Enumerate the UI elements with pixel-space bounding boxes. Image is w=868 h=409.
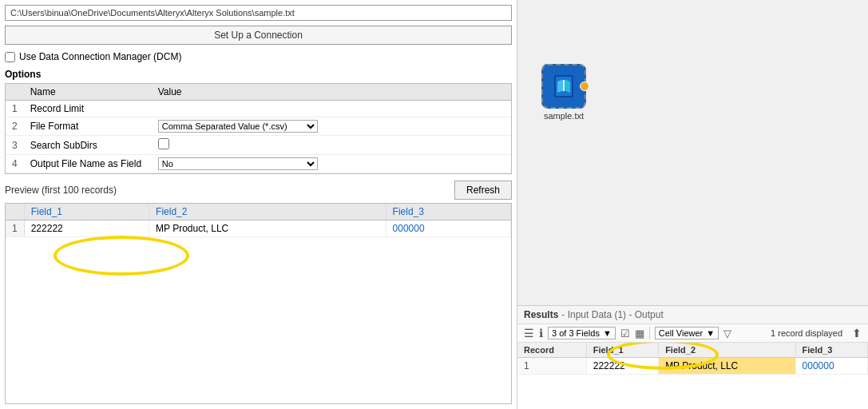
highlight-oval-preview: [54, 236, 189, 276]
options-row-4-value: No: [152, 155, 511, 173]
results-col-field2: Field_2: [659, 343, 795, 358]
tool-icon[interactable]: [541, 64, 586, 109]
results-panel: Results - Input Data (1) - Output ☰ ℹ 3 …: [517, 305, 868, 409]
cell-viewer-label: Cell Viewer: [659, 328, 703, 338]
preview-row-1-num: 1: [6, 220, 24, 237]
options-col-value: Value: [152, 84, 511, 101]
cell-viewer-dropdown[interactable]: Cell Viewer ▼: [655, 327, 719, 340]
preview-col-num: [6, 204, 24, 220]
preview-col-field3: Field_3: [386, 204, 510, 220]
fields-dropdown[interactable]: 3 of 3 Fields ▼: [548, 327, 616, 340]
preview-row-1-f2: MP Product, LLC: [149, 220, 386, 237]
preview-col-field2: Field_2: [149, 204, 386, 220]
options-row-4: 4 Output File Name as Field No: [6, 155, 511, 173]
results-header: Results - Input Data (1) - Output: [517, 306, 868, 324]
results-col-record: Record: [517, 343, 586, 358]
results-title: Results: [524, 309, 558, 320]
options-row-2-value: Comma Separated Value (*.csv): [152, 117, 511, 136]
results-subtitle: - Input Data (1) - Output: [561, 309, 663, 320]
options-table: Name Value 1 Record Limit 2 File Format …: [5, 83, 512, 174]
options-row-3-name: Search SubDirs: [24, 136, 152, 155]
preview-table-wrap: Field_1 Field_2 Field_3 1 222222 MP Prod…: [5, 203, 512, 404]
hamburger-icon[interactable]: ☰: [524, 327, 534, 340]
file-path-bar: C:\Users\binua\OneDrive\Documents\Altery…: [5, 5, 512, 21]
options-row-3-num: 3: [6, 136, 24, 155]
setup-connection-button[interactable]: Set Up a Connection: [5, 26, 512, 45]
results-row-1-f1: 222222: [586, 358, 658, 375]
canvas-area: sample.txt: [517, 0, 868, 305]
refresh-button[interactable]: Refresh: [454, 181, 512, 200]
dcm-row: Use Data Connection Manager (DCM): [5, 51, 512, 62]
checkmark-icon[interactable]: ☑: [620, 328, 630, 340]
left-panel: C:\Users\binua\OneDrive\Documents\Altery…: [0, 0, 517, 409]
preview-table: Field_1 Field_2 Field_3 1 222222 MP Prod…: [6, 204, 511, 237]
tool-node: sample.txt: [541, 64, 586, 121]
results-table-wrap: Record Field_1 Field_2 Field_3 1 222222 …: [517, 343, 868, 409]
tool-svg-icon: [549, 72, 578, 101]
output-file-name-select[interactable]: No: [158, 157, 318, 170]
dcm-checkbox[interactable]: [5, 52, 15, 62]
results-row-1-record: 1: [517, 358, 586, 375]
scroll-top-icon[interactable]: ⬆: [852, 327, 862, 340]
preview-label: Preview (first 100 records): [5, 185, 117, 196]
fields-dropdown-arrow: ▼: [603, 328, 612, 338]
right-panel: sample.txt Results - Input Data (1) - Ou…: [517, 0, 868, 409]
results-toolbar: ☰ ℹ 3 of 3 Fields ▼ ☑ ▦ Cell Viewer ▼ ▽ …: [517, 324, 868, 343]
results-row-1-f2: MP Product, LLC: [659, 358, 795, 375]
options-col-name: Name: [24, 84, 152, 101]
options-row-2-name: File Format: [24, 117, 152, 136]
options-row-4-name: Output File Name as Field: [24, 155, 152, 173]
preview-row-1: 1 222222 MP Product, LLC 000000: [6, 220, 511, 237]
dcm-label: Use Data Connection Manager (DCM): [19, 51, 181, 62]
options-row-1: 1 Record Limit: [6, 101, 511, 117]
file-format-select[interactable]: Comma Separated Value (*.csv): [158, 120, 318, 133]
grid-icon[interactable]: ▦: [635, 328, 644, 340]
cell-viewer-arrow: ▼: [706, 328, 715, 338]
options-row-1-name: Record Limit: [24, 101, 152, 117]
toolbar-separator: [649, 327, 650, 340]
results-col-field1: Field_1: [586, 343, 658, 358]
preview-col-field1: Field_1: [24, 204, 149, 220]
tool-output-dot: [580, 81, 589, 91]
fields-label: 3 of 3 Fields: [552, 328, 600, 338]
options-col-empty: [6, 84, 24, 101]
results-table: Record Field_1 Field_2 Field_3 1 222222 …: [517, 343, 868, 375]
options-row-2: 2 File Format Comma Separated Value (*.c…: [6, 117, 511, 136]
options-row-3-value: [152, 136, 511, 155]
options-row-4-num: 4: [6, 155, 24, 173]
options-label: Options: [5, 69, 512, 80]
results-row-1-f3: 000000: [795, 358, 867, 375]
info-icon[interactable]: ℹ: [539, 327, 543, 340]
preview-header: Preview (first 100 records) Refresh: [5, 181, 512, 200]
results-col-field3: Field_3: [795, 343, 867, 358]
options-row-3: 3 Search SubDirs: [6, 136, 511, 155]
options-row-2-num: 2: [6, 117, 24, 136]
filter-icon[interactable]: ▽: [723, 328, 731, 340]
preview-row-1-f3: 000000: [386, 220, 510, 237]
options-row-1-value: [152, 101, 511, 117]
record-count: 1 record displayed: [771, 328, 842, 338]
results-row-1: 1 222222 MP Product, LLC 000000: [517, 358, 868, 375]
options-row-1-num: 1: [6, 101, 24, 117]
search-subdirs-checkbox[interactable]: [158, 138, 169, 149]
preview-row-1-f1: 222222: [24, 220, 149, 237]
tool-label: sample.txt: [544, 111, 584, 121]
